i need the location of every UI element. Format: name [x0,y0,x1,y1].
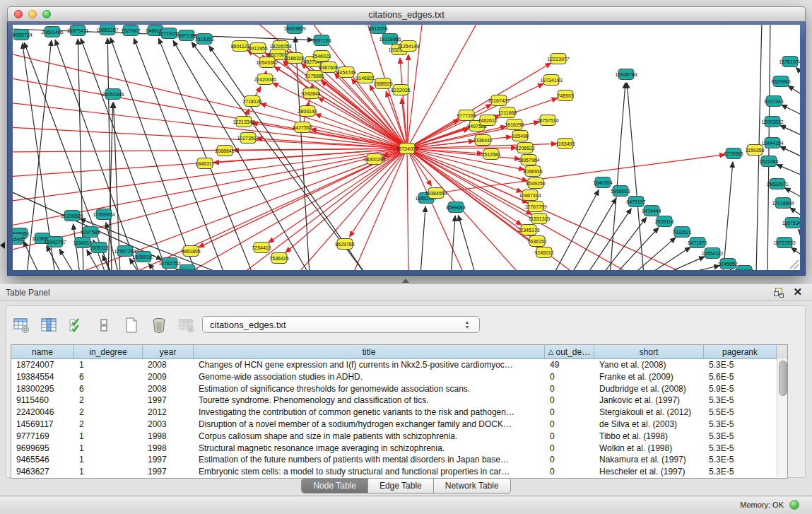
graph-node[interactable]: 7254413 [252,243,271,253]
graph-node[interactable]: 7932621 [672,227,691,238]
graph-node[interactable]: 5958923 [611,186,630,197]
graph-node[interactable]: 1159358 [746,145,765,156]
graph-node[interactable]: 16782753 [158,258,180,269]
cell-title[interactable]: Estimation of the future numbers of pati… [194,454,545,466]
west-panel-grip[interactable] [0,242,5,249]
column-header-in_degree[interactable]: in_degree [74,345,143,358]
graph-node[interactable]: 2367608 [319,62,338,73]
cell-pagerank[interactable]: 5.3E-5 [704,419,777,431]
table-row[interactable]: 1830029562008Estimation of significance … [11,383,787,395]
graph-node[interactable]: 10653257 [96,25,118,35]
graph-edge[interactable] [780,125,800,137]
graph-node[interactable]: 11675345 [782,218,800,228]
graph-node[interactable]: 1640954 [593,177,612,188]
rows-button[interactable] [95,316,113,334]
graph-node[interactable]: 9146821 [355,73,375,83]
graph-edge[interactable] [788,86,800,97]
cell-title[interactable]: Estimation of significance thresholds fo… [194,383,545,395]
graph-node[interactable]: 2336442 [473,135,492,146]
graph-edge[interactable] [678,266,719,270]
cell-out_de[interactable]: 49 [545,359,594,371]
graph-edge[interactable] [796,67,800,77]
table-row[interactable]: 946362711997Embryonic stem cells: a mode… [11,466,787,478]
graph-node[interactable]: 8601123 [231,41,250,52]
table-selector-dropdown[interactable]: citations_edges.txt ▲▼ [202,316,480,333]
graph-node[interactable]: 9227343 [764,96,783,107]
float-panel-icon[interactable] [774,288,783,297]
resize-grip[interactable] [790,260,799,269]
graph-node[interactable]: 7857224 [312,35,331,46]
graph-node[interactable]: 20691406 [41,27,63,37]
graph-edge[interactable] [777,165,800,177]
graph-node[interactable]: 2935114 [655,216,674,227]
graph-node[interactable]: 9329966 [771,76,790,87]
cell-year[interactable]: 1998 [143,443,194,455]
cell-out_de[interactable]: 0 [545,431,594,443]
graph-node[interactable]: 9242844 [301,88,320,99]
graph-edge[interactable] [451,216,455,270]
cell-short[interactable]: Dudbridge et al. (2008) [594,383,704,395]
graph-node[interactable]: 26053346 [102,89,124,100]
graph-node[interactable]: 9297588 [81,227,100,238]
graph-edge[interactable] [400,58,407,148]
graph-node[interactable]: 12923448 [176,265,198,271]
cell-in_degree[interactable]: 2 [74,419,143,431]
cell-name[interactable]: 22420046 [11,407,74,419]
graph-edge[interactable] [780,146,800,158]
graph-node[interactable]: 7636151 [527,236,546,247]
graph-edge[interactable] [553,190,599,270]
table-mode-button[interactable] [12,316,30,334]
cell-name[interactable]: 14569117 [11,419,74,431]
cell-pagerank[interactable]: 5.3E-5 [704,395,777,407]
graph-node[interactable]: 7516352 [194,34,213,45]
graph-node[interactable]: 3915405 [13,234,25,245]
cell-in_degree[interactable]: 2 [74,407,143,419]
select-rows-button[interactable] [67,316,86,334]
graph-edge[interactable] [799,229,800,238]
graph-node[interactable]: 11531315 [529,214,551,224]
cell-title[interactable]: Structural magnetic resonance image aver… [194,443,545,455]
network-canvas[interactable]: 2405572420691406168754111065325715276026… [13,25,800,270]
graph-edge[interactable] [627,83,644,270]
cell-name[interactable]: 9115460 [11,395,74,407]
column-header-year[interactable]: year [143,345,194,358]
cell-name[interactable]: 18300295 [11,383,74,395]
graph-edge[interactable] [782,105,800,117]
cell-short[interactable]: Stergiakouli et al. (2012) [594,407,704,419]
graph-node[interactable]: 19218986 [379,34,401,45]
cell-pagerank[interactable]: 5.6E-5 [704,371,777,383]
cell-pagerank[interactable]: 5.3E-5 [704,359,777,371]
cell-title[interactable]: Disruption of a novel member of a sodium… [194,419,545,431]
column-header-short[interactable]: short [594,345,704,358]
graph-node[interactable]: 7536425 [269,253,288,264]
table-row[interactable]: 2242004622012Investigating the contribut… [11,407,787,419]
cell-year[interactable]: 1997 [143,466,194,478]
graph-node[interactable]: 10654112 [702,248,724,259]
cell-year[interactable]: 2003 [143,419,194,431]
graph-node[interactable]: 19734193 [540,75,562,86]
graph-node[interactable]: 12213977 [547,54,569,64]
graph-edge[interactable] [610,83,625,270]
graph-node[interactable]: 16033809 [283,25,305,34]
column-header-title[interactable]: title [194,345,545,358]
table-row[interactable]: 1872400712008Changes of HCN gene express… [11,359,787,371]
graph-node[interactable]: 8549256 [526,178,545,189]
column-header-out_de[interactable]: △out_de… [545,345,594,358]
table-vertical-scrollbar[interactable] [777,358,787,477]
graph-node[interactable]: 7512581 [481,149,500,160]
cell-out_de[interactable]: 0 [545,371,594,383]
graph-edge[interactable] [663,257,705,270]
show-columns-button[interactable] [40,316,58,334]
cell-pagerank[interactable]: 5.3E-5 [704,466,777,478]
graph-edge[interactable] [615,228,659,270]
graph-node[interactable]: 915498 [512,131,528,141]
graph-node[interactable]: 9861895 [181,246,200,257]
cell-in_degree[interactable]: 2 [74,395,143,407]
graph-edge[interactable] [723,162,733,270]
graph-node[interactable]: 8454749 [336,67,355,78]
graph-node[interactable]: 8471676 [688,238,707,248]
graph-node[interactable]: 1211666 [498,107,517,118]
graph-node[interactable]: 15692971 [766,179,788,189]
cell-out_de[interactable]: 0 [545,419,594,431]
table-row[interactable]: 969969511998Structural magnetic resonanc… [11,443,787,455]
